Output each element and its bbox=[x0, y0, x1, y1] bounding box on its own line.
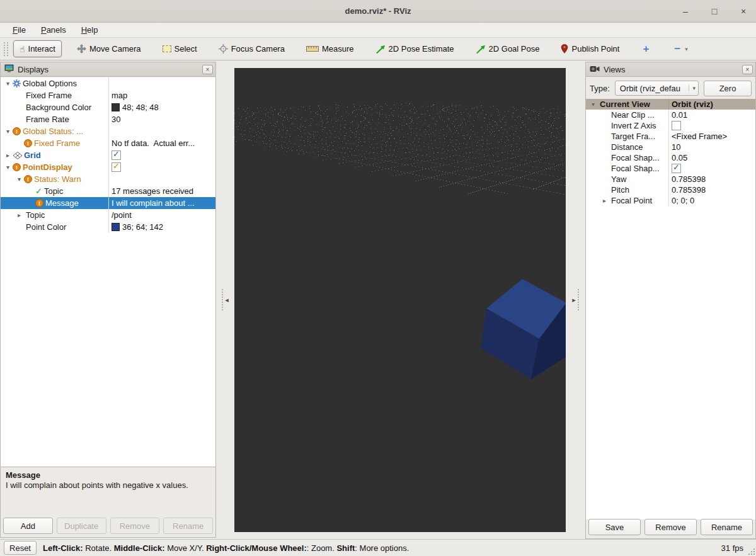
tree-row-pitch[interactable]: Pitch0.785398 bbox=[586, 184, 755, 195]
property-value[interactable]: 30 bbox=[109, 113, 215, 125]
menu-file[interactable]: File bbox=[6, 24, 32, 36]
tree-row-focal-point[interactable]: ▸Focal Point0; 0; 0 bbox=[586, 195, 755, 206]
property-value[interactable]: map bbox=[109, 89, 215, 101]
property-value[interactable]: <Fixed Frame> bbox=[669, 131, 755, 142]
tree-row-invert-z-axis[interactable]: Invert Z Axis bbox=[586, 120, 755, 131]
expander-closed-icon[interactable]: ▸ bbox=[14, 212, 24, 218]
property-value[interactable]: 0.785398 bbox=[669, 184, 755, 195]
collapse-right-icon[interactable]: ▸ bbox=[572, 296, 576, 304]
checkbox[interactable] bbox=[672, 121, 681, 130]
tree-row-global-options[interactable]: ▾Global Options bbox=[1, 77, 215, 89]
property-value[interactable]: ✓ bbox=[669, 163, 755, 174]
tool-2d-pose-estimate[interactable]: 2D Pose Estimate bbox=[369, 40, 461, 57]
expander-closed-icon[interactable]: ▸ bbox=[3, 152, 13, 159]
tool-measure[interactable]: Measure bbox=[300, 40, 360, 57]
view-type-dropdown[interactable]: Orbit (rviz_defau ▾ bbox=[615, 81, 699, 96]
property-value[interactable]: No tf data. Actual err... bbox=[109, 137, 215, 149]
property-value[interactable]: 48; 48; 48 bbox=[109, 101, 215, 113]
tree-row-fixed-frame[interactable]: Fixed Framemap bbox=[1, 89, 215, 101]
checkbox[interactable]: ✓ bbox=[112, 150, 121, 160]
property-value[interactable] bbox=[109, 173, 215, 185]
expander-open-icon[interactable]: ▾ bbox=[588, 101, 598, 108]
property-label: Message bbox=[45, 198, 79, 208]
expander-open-icon[interactable]: ▾ bbox=[14, 176, 24, 183]
displays-panel-header[interactable]: Displays × bbox=[1, 62, 215, 77]
property-value[interactable]: ✓ bbox=[109, 149, 215, 161]
tree-row-message[interactable]: !MessageI will complain about ... bbox=[1, 197, 215, 209]
tool-label: Focus Camera bbox=[231, 44, 285, 54]
close-button[interactable]: × bbox=[737, 6, 750, 16]
tree-row-near-clip-[interactable]: Near Clip ...0.01 bbox=[586, 110, 755, 120]
add-tool-button[interactable]: + bbox=[634, 42, 657, 56]
maximize-button[interactable]: □ bbox=[708, 6, 721, 16]
tool-interact[interactable]: ☝Interact bbox=[13, 40, 62, 57]
save-button[interactable]: Save bbox=[588, 519, 641, 535]
views-close-icon[interactable]: × bbox=[742, 65, 753, 74]
property-value[interactable] bbox=[109, 125, 215, 137]
tree-row-pointdisplay[interactable]: ▾!PointDisplay✓ bbox=[1, 161, 215, 173]
expander-open-icon[interactable]: ▾ bbox=[3, 80, 13, 87]
remove-tool-button[interactable]: −▾ bbox=[666, 42, 696, 56]
tree-row-status-warn[interactable]: ▾!Status: Warn bbox=[1, 173, 215, 185]
property-value[interactable]: 0; 0; 0 bbox=[669, 195, 755, 206]
right-panel-splitter[interactable]: ▸ bbox=[566, 60, 585, 539]
remove-button[interactable]: Remove bbox=[644, 519, 697, 535]
expander-closed-icon[interactable]: ▸ bbox=[600, 197, 609, 204]
tree-row-fixed-frame[interactable]: !Fixed FrameNo tf data. Actual err... bbox=[1, 137, 215, 149]
displays-close-icon[interactable]: × bbox=[202, 65, 213, 74]
description-body: I will complain about points with negati… bbox=[6, 480, 210, 491]
reset-button[interactable]: Reset bbox=[4, 541, 37, 555]
add-button[interactable]: Add bbox=[3, 518, 53, 534]
property-value[interactable]: 0.01 bbox=[669, 110, 755, 120]
tree-row-distance[interactable]: Distance10 bbox=[586, 142, 755, 152]
cube[interactable] bbox=[234, 68, 566, 532]
value-text: 48; 48; 48 bbox=[122, 103, 159, 112]
toolbar-drag-handle[interactable] bbox=[4, 42, 8, 56]
tree-row-grid[interactable]: ▸Grid✓ bbox=[1, 149, 215, 161]
checkbox[interactable]: ✓ bbox=[672, 164, 681, 173]
tree-row-target-fra-[interactable]: Target Fra...<Fixed Frame> bbox=[586, 131, 755, 142]
splitter-handle[interactable] bbox=[222, 289, 223, 310]
left-panel-splitter[interactable]: ◂ bbox=[216, 60, 234, 539]
property-value[interactable] bbox=[669, 120, 755, 131]
expander-open-icon[interactable]: ▾ bbox=[3, 128, 13, 135]
property-value[interactable]: 10 bbox=[669, 142, 755, 152]
property-value[interactable]: 0.785398 bbox=[669, 174, 755, 184]
minimize-button[interactable]: – bbox=[679, 6, 692, 16]
views-panel-header[interactable]: Views × bbox=[586, 62, 755, 77]
property-value[interactable]: /point bbox=[109, 209, 215, 221]
resize-grip[interactable] bbox=[748, 548, 755, 555]
tool-2d-goal-pose[interactable]: 2D Goal Pose bbox=[469, 40, 546, 57]
rename-button[interactable]: Rename bbox=[701, 519, 753, 535]
tree-row-topic[interactable]: ✓Topic17 messages received bbox=[1, 185, 215, 197]
tool-focus-camera[interactable]: Focus Camera bbox=[212, 40, 291, 57]
menu-help[interactable]: Help bbox=[75, 24, 105, 36]
checkbox[interactable]: ✓ bbox=[112, 162, 121, 172]
tool-select[interactable]: Select bbox=[156, 40, 203, 57]
property-value[interactable] bbox=[109, 77, 215, 89]
property-value[interactable]: ✓ bbox=[109, 161, 215, 173]
tree-row-current-view[interactable]: ▾Current ViewOrbit (rviz) bbox=[586, 99, 755, 110]
tree-row-topic[interactable]: ▸Topic/point bbox=[1, 209, 215, 221]
3d-viewport[interactable] bbox=[234, 68, 566, 532]
tool-publish-point[interactable]: Publish Point bbox=[554, 40, 626, 57]
property-label: Fixed Frame bbox=[34, 139, 80, 148]
property-value[interactable]: Orbit (rviz) bbox=[669, 99, 755, 110]
property-value[interactable]: I will complain about ... bbox=[109, 197, 215, 209]
tree-row-focal-shap-[interactable]: Focal Shap...✓ bbox=[586, 163, 755, 174]
tool-move-camera[interactable]: Move Camera bbox=[71, 40, 147, 57]
tree-row-frame-rate[interactable]: Frame Rate30 bbox=[1, 113, 215, 125]
tree-row-background-color[interactable]: Background Color48; 48; 48 bbox=[1, 101, 215, 113]
property-value[interactable]: 17 messages received bbox=[109, 185, 215, 197]
expander-open-icon[interactable]: ▾ bbox=[3, 164, 13, 171]
tree-row-global-status-[interactable]: ▾!Global Status: ... bbox=[1, 125, 215, 137]
zero-button[interactable]: Zero bbox=[704, 81, 752, 96]
property-value[interactable]: 36; 64; 142 bbox=[109, 221, 215, 233]
tree-row-yaw[interactable]: Yaw0.785398 bbox=[586, 174, 755, 184]
collapse-left-icon[interactable]: ◂ bbox=[225, 296, 229, 304]
property-value[interactable]: 0.05 bbox=[669, 152, 755, 163]
tree-row-point-color[interactable]: Point Color36; 64; 142 bbox=[1, 221, 215, 233]
menu-panels[interactable]: Panels bbox=[35, 24, 72, 36]
splitter-handle[interactable] bbox=[578, 289, 579, 310]
tree-row-focal-shap-[interactable]: Focal Shap...0.05 bbox=[586, 152, 755, 163]
